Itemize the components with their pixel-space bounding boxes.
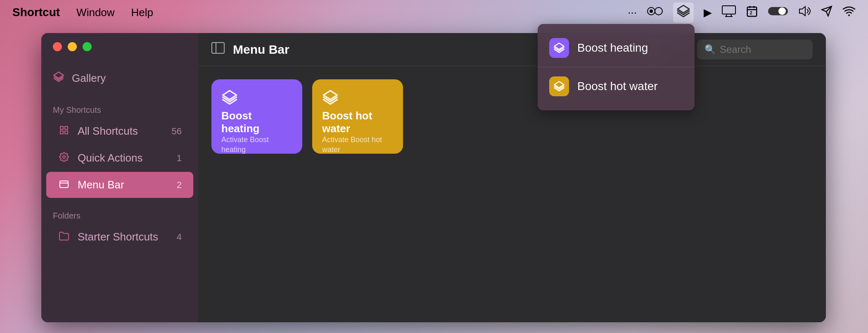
- play-icon[interactable]: ▶: [704, 6, 712, 19]
- search-icon: 🔍: [704, 44, 716, 55]
- shortcut-card-boost-heating[interactable]: Boost heating Activate Boost heating: [211, 79, 302, 154]
- boost-hot-water-card-icon: [322, 89, 393, 109]
- menu-bar-right: ··· ▶: [628, 2, 856, 23]
- my-shortcuts-section: My Shortcuts All Shortcuts 56: [41, 96, 198, 202]
- dropdown-popup: Boost heating Boost hot water: [538, 24, 695, 110]
- gear-icon: [58, 152, 70, 164]
- menu-window[interactable]: Window: [76, 6, 114, 19]
- svg-rect-22: [60, 126, 63, 129]
- display-icon[interactable]: [722, 5, 736, 20]
- all-shortcuts-label: All Shortcuts: [78, 125, 164, 138]
- window-controls: [41, 33, 198, 60]
- sidebar-item-all-shortcuts[interactable]: All Shortcuts 56: [46, 118, 193, 144]
- menu-help[interactable]: Help: [131, 6, 153, 19]
- svg-rect-25: [65, 131, 68, 134]
- dropdown-separator: [538, 67, 695, 67]
- gallery-label: Gallery: [72, 72, 106, 85]
- boost-heating-label: Boost heating: [577, 41, 648, 55]
- boost-heating-card-title: Boost heating: [221, 109, 292, 135]
- dropdown-item-boost-hot-water[interactable]: Boost hot water: [538, 69, 695, 104]
- boost-hot-water-label: Boost hot water: [577, 80, 658, 93]
- svg-point-2: [650, 10, 653, 13]
- svg-point-1: [655, 7, 662, 15]
- folder-icon: [58, 231, 70, 243]
- quick-actions-label: Quick Actions: [78, 152, 169, 164]
- svg-rect-23: [65, 126, 68, 129]
- boost-hot-water-card-text: Boost hot water Activate Boost hot water: [322, 109, 393, 155]
- boost-heating-card-text: Boost heating Activate Boost heating: [221, 109, 292, 155]
- maximize-button[interactable]: [83, 42, 92, 51]
- my-shortcuts-title: My Shortcuts: [41, 100, 198, 117]
- svg-point-18: [848, 14, 850, 16]
- svg-rect-29: [212, 43, 224, 53]
- sidebar-toggle-icon[interactable]: [211, 42, 225, 57]
- sidebar: Gallery My Shortcuts All Shortcuts 56: [41, 33, 198, 322]
- starter-shortcuts-label: Starter Shortcuts: [78, 231, 169, 243]
- boost-heating-card-icon: [221, 89, 292, 109]
- svg-text:2: 2: [750, 10, 752, 15]
- dropdown-item-boost-heating[interactable]: Boost heating: [538, 31, 695, 65]
- app-window: Gallery My Shortcuts All Shortcuts 56: [41, 33, 826, 322]
- toolbar: Menu Bar +: [198, 33, 826, 66]
- menu-bar-left: Shortcut Window Help: [12, 6, 153, 19]
- sidebar-item-starter-shortcuts[interactable]: Starter Shortcuts 4: [46, 224, 193, 250]
- menu-bar-nav-icon: [58, 179, 70, 191]
- boost-hot-water-card-title: Boost hot water: [322, 109, 393, 135]
- menu-bar-nav-count: 2: [177, 180, 182, 190]
- search-input[interactable]: [720, 44, 805, 55]
- boost-hot-water-card-subtitle: Activate Boost hot water: [322, 135, 393, 155]
- search-box: 🔍: [697, 40, 813, 59]
- boost-heating-card-subtitle: Activate Boost heating: [221, 135, 292, 155]
- svg-rect-24: [60, 131, 63, 134]
- quick-actions-count: 1: [177, 153, 182, 164]
- record-circle-icon[interactable]: [647, 6, 663, 19]
- shortcuts-grid: Boost heating Activate Boost heating Boo…: [198, 66, 826, 322]
- layers-active-icon[interactable]: [673, 2, 694, 23]
- gallery-section: Gallery: [41, 60, 198, 96]
- wifi-icon[interactable]: [842, 6, 856, 19]
- minimize-button[interactable]: [68, 42, 77, 51]
- calendar-icon[interactable]: 2: [746, 5, 758, 20]
- boost-heating-icon: [549, 38, 569, 58]
- sidebar-item-quick-actions[interactable]: Quick Actions 1: [46, 145, 193, 171]
- close-button[interactable]: [53, 42, 62, 51]
- svg-point-14: [778, 7, 786, 15]
- svg-rect-4: [722, 6, 735, 14]
- folders-title: Folders: [41, 205, 198, 223]
- svg-marker-15: [799, 7, 805, 16]
- app-name: Shortcut: [12, 6, 60, 19]
- menu-bar-nav-label: Menu Bar: [78, 178, 169, 191]
- boost-hot-water-icon: [549, 76, 569, 96]
- ellipsis-icon[interactable]: ···: [628, 6, 637, 19]
- location-icon[interactable]: [821, 5, 832, 20]
- svg-rect-27: [60, 181, 68, 188]
- menu-bar: Shortcut Window Help ··· ▶: [0, 0, 868, 25]
- folders-section: Folders Starter Shortcuts 4: [41, 202, 198, 254]
- all-shortcuts-count: 56: [172, 126, 182, 137]
- grid-icon: [58, 125, 70, 138]
- sidebar-item-menu-bar[interactable]: Menu Bar 2: [46, 172, 193, 198]
- gallery-icon: [53, 71, 64, 86]
- toggle-icon[interactable]: [768, 5, 788, 20]
- main-content: Menu Bar +: [198, 33, 826, 322]
- shortcut-card-boost-hot-water[interactable]: Boost hot water Activate Boost hot water: [312, 79, 403, 154]
- gallery-item[interactable]: Gallery: [41, 64, 198, 93]
- svg-point-26: [63, 156, 65, 158]
- volume-icon[interactable]: [798, 5, 811, 20]
- starter-shortcuts-count: 4: [177, 232, 182, 243]
